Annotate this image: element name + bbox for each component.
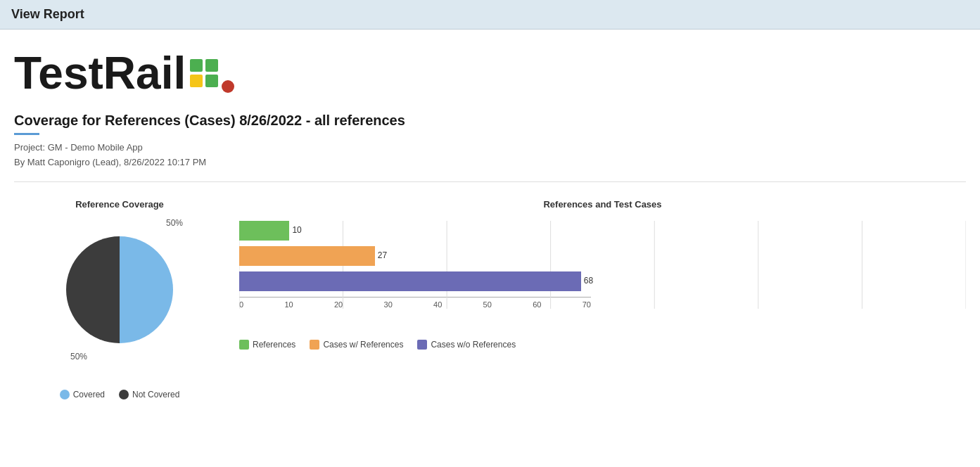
- legend-covered: Covered: [60, 390, 105, 399]
- main-content: TestRail Coverage for References (Cases)…: [0, 30, 980, 414]
- cases-without-refs-legend-label: Cases w/o References: [431, 340, 516, 350]
- divider: [14, 181, 966, 182]
- bar-row-references: 10: [239, 221, 966, 241]
- report-project: Project: GM - Demo Mobile App: [14, 141, 966, 155]
- logo-wordmark: TestRail: [14, 51, 186, 96]
- logo-dot: [222, 80, 234, 93]
- bar-value-references: 10: [292, 225, 301, 235]
- references-legend-label: References: [253, 340, 295, 350]
- bar-row-cases-with-refs: 27: [239, 246, 966, 266]
- x-label-30: 30: [384, 300, 393, 309]
- bar-chart-section: References and Test Cases: [239, 199, 966, 350]
- x-label-60: 60: [533, 300, 541, 309]
- pie-svg: [63, 234, 176, 346]
- x-label-0: 0: [239, 300, 243, 309]
- x-label-10: 10: [284, 300, 293, 309]
- bar-chart-area: 10 27 68: [239, 221, 966, 330]
- title-underline: [14, 133, 39, 135]
- covered-label: Covered: [73, 390, 105, 399]
- logo-sq-4: [205, 75, 218, 87]
- bar-legend-references: References: [239, 340, 295, 350]
- pie-chart-title: Reference Coverage: [75, 199, 164, 210]
- bar-row-cases-without-refs: 68: [239, 271, 966, 291]
- bar-value-cases-without-refs: 68: [584, 276, 593, 286]
- bar-legend-cases-without-refs: Cases w/o References: [417, 340, 516, 350]
- bar-legend: References Cases w/ References Cases w/o…: [239, 340, 966, 350]
- pie-chart: [63, 234, 176, 346]
- x-label-50: 50: [483, 300, 492, 309]
- report-title-area: Coverage for References (Cases) 8/26/202…: [14, 113, 966, 170]
- pie-label-top: 50%: [166, 218, 183, 228]
- logo-sq-3: [190, 75, 203, 87]
- legend-not-covered: Not Covered: [119, 390, 179, 399]
- not-covered-dot: [119, 390, 129, 399]
- pie-label-bottom: 50%: [70, 352, 87, 362]
- references-sq: [239, 340, 249, 350]
- cases-without-refs-sq: [417, 340, 427, 350]
- report-author: By Matt Caponigro (Lead), 8/26/2022 10:1…: [14, 155, 966, 170]
- logo-area: TestRail: [14, 51, 966, 96]
- bar-chart-title: References and Test Cases: [239, 199, 966, 210]
- x-label-70: 70: [583, 300, 591, 309]
- covered-dot: [60, 390, 70, 399]
- testrail-logo: TestRail: [14, 51, 234, 96]
- cases-with-refs-legend-label: Cases w/ References: [323, 340, 403, 350]
- header: View Report: [0, 0, 980, 30]
- logo-sq-2: [205, 59, 218, 72]
- bar-value-cases-with-refs: 27: [378, 250, 387, 260]
- pie-chart-section: Reference Coverage 50% 50% Covered: [42, 199, 197, 399]
- report-title: Coverage for References (Cases) 8/26/202…: [14, 113, 966, 129]
- page-title: View Report: [11, 7, 969, 22]
- not-covered-label: Not Covered: [132, 390, 179, 399]
- logo-grid: [190, 59, 218, 87]
- x-label-40: 40: [433, 300, 442, 309]
- charts-area: Reference Coverage 50% 50% Covered: [14, 199, 966, 399]
- bar-legend-cases-with-refs: Cases w/ References: [310, 340, 403, 350]
- pie-legend: Covered Not Covered: [60, 390, 180, 399]
- logo-sq-1: [190, 59, 203, 72]
- cases-with-refs-sq: [310, 340, 319, 350]
- x-axis: 0 10 20 30 40 50 60 70: [239, 297, 591, 309]
- x-label-20: 20: [334, 300, 343, 309]
